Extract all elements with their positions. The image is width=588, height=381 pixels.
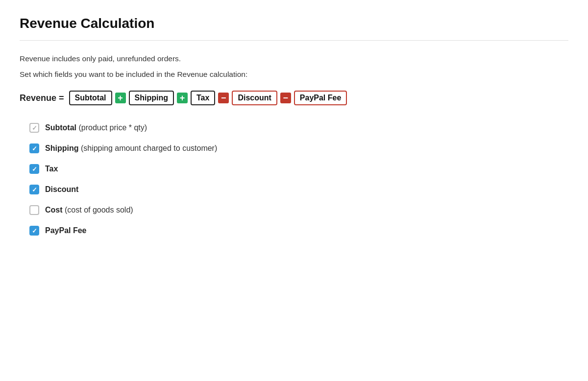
formula-op-minus-1: − [218,93,229,103]
description-line-1: Revenue includes only paid, unrefunded o… [20,54,568,63]
formula-op-minus-2: − [280,93,291,103]
checkbox-discount[interactable]: ✓ [29,185,39,194]
description-line-2: Set which fields you want to be included… [20,70,568,79]
item-label-subtotal: Subtotal (product price * qty) [45,123,147,132]
formula-op-plus-2: + [177,93,188,103]
checkbox-subtotal[interactable]: ✓ [29,123,39,133]
checkbox-cost[interactable] [29,205,39,215]
checkmark-discount: ✓ [32,187,37,193]
list-item-cost[interactable]: Cost (cost of goods sold) [29,205,568,215]
list-item-shipping[interactable]: ✓ Shipping (shipping amount charged to c… [29,143,568,153]
formula-token-paypal-fee: PayPal Fee [294,91,347,105]
checkmark-shipping: ✓ [32,145,37,152]
item-label-tax: Tax [45,165,58,173]
list-item-tax[interactable]: ✓ Tax [29,164,568,174]
formula-token-discount: Discount [232,91,277,105]
item-label-paypal-fee: PayPal Fee [45,226,87,235]
checkbox-paypal-fee[interactable]: ✓ [29,226,39,236]
formula-token-subtotal: Subtotal [69,91,112,105]
item-label-cost: Cost (cost of goods sold) [45,206,133,214]
formula-row: Revenue = Subtotal + Shipping + Tax − Di… [20,91,568,105]
checklist: ✓ Subtotal (product price * qty) ✓ Shipp… [20,123,568,236]
checkbox-tax[interactable]: ✓ [29,164,39,174]
item-label-discount: Discount [45,185,78,194]
formula-token-shipping: Shipping [129,91,174,105]
page-title: Revenue Calculation [20,16,568,31]
checkmark-tax: ✓ [32,166,37,172]
checkbox-shipping[interactable]: ✓ [29,143,39,153]
list-item-paypal-fee[interactable]: ✓ PayPal Fee [29,226,568,236]
formula-token-tax: Tax [191,91,215,105]
formula-op-plus-1: + [115,93,126,103]
formula-label: Revenue = [20,93,64,103]
divider [20,40,568,41]
checkmark-paypal-fee: ✓ [32,228,37,234]
item-label-shipping: Shipping (shipping amount charged to cus… [45,144,217,153]
checkmark-subtotal: ✓ [32,125,37,131]
list-item-subtotal[interactable]: ✓ Subtotal (product price * qty) [29,123,568,133]
list-item-discount[interactable]: ✓ Discount [29,185,568,194]
